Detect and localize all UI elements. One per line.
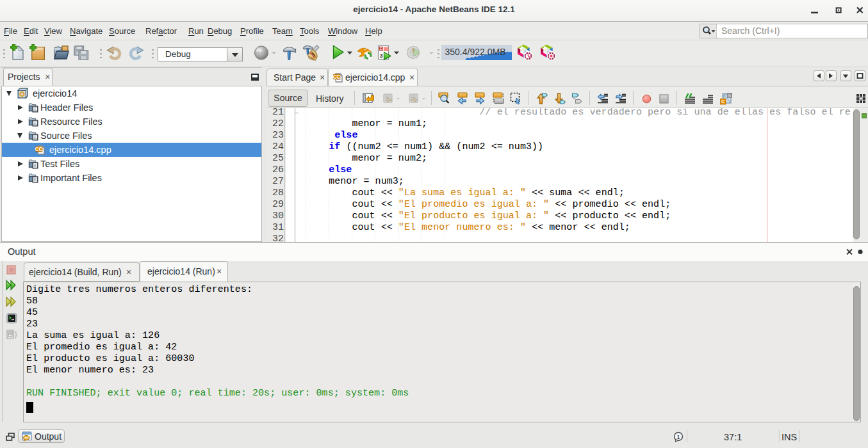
- svg-text:1: 1: [676, 434, 680, 440]
- svg-text:h: h: [728, 93, 731, 98]
- svg-text:C: C: [721, 99, 725, 104]
- svg-text:3: 3: [380, 52, 383, 59]
